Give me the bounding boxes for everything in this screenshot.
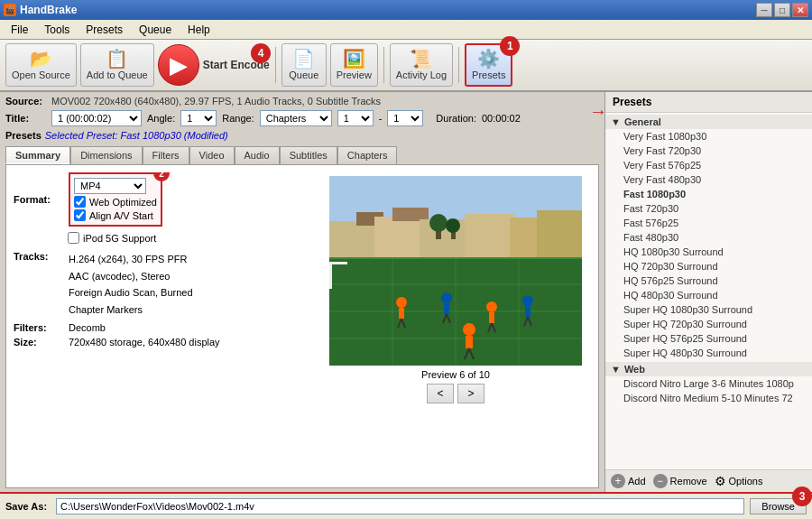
track-4: Chapter Markers — [69, 301, 193, 319]
preset-hq-720p30-surround[interactable]: HQ 720p30 Surround — [605, 259, 812, 273]
remove-icon: − — [653, 474, 668, 488]
preset-hq-1080p30-surround[interactable]: HQ 1080p30 Surround — [605, 245, 812, 259]
svg-point-21 — [396, 297, 407, 308]
queue-label: Queue — [289, 70, 318, 80]
source-label: Source: — [5, 96, 46, 107]
align-av-checkbox[interactable] — [74, 209, 86, 221]
menu-presets[interactable]: Presets — [78, 22, 130, 38]
range-select[interactable]: Chapters — [260, 110, 332, 126]
tab-audio[interactable]: Audio — [235, 146, 280, 164]
close-button[interactable]: ✕ — [792, 3, 808, 17]
preview-nav[interactable]: < > — [427, 384, 484, 403]
range-to-select[interactable]: 1 — [387, 110, 423, 126]
preview-image — [329, 176, 582, 366]
main-layout: Source: MOV002 720x480 (640x480), 29.97 … — [0, 92, 812, 519]
add-label: Add — [628, 476, 646, 487]
open-source-icon: 📂 — [30, 50, 52, 68]
size-value: 720x480 storage, 640x480 display — [69, 337, 220, 348]
start-encode-icon: ▶ — [170, 51, 188, 79]
add-icon: + — [611, 474, 625, 488]
source-row: Source: MOV002 720x480 (640x480), 29.97 … — [5, 96, 599, 107]
filters-value: Decomb — [69, 322, 106, 333]
align-av-row: Align A/V Start — [74, 209, 157, 221]
preset-fast-480p30[interactable]: Fast 480p30 — [605, 230, 812, 245]
title-select[interactable]: 1 (00:00:02) — [51, 110, 142, 126]
format-badge-wrap: 2 MP4 Web Optimized — [69, 172, 162, 227]
minimize-button[interactable]: ─ — [756, 3, 772, 17]
tracks-row: Tracks: H.264 (x264), 30 FPS PFR AAC (av… — [14, 251, 313, 319]
preset-group-web-header[interactable]: ▼ Web — [605, 362, 812, 376]
svg-rect-30 — [489, 312, 494, 323]
prev-frame-button[interactable]: < — [427, 384, 454, 403]
menu-file[interactable]: File — [4, 22, 35, 38]
size-label: Size: — [14, 337, 63, 348]
toolbar: 4 📂 Open Source 📋 Add to Queue ▶ Start E… — [0, 40, 812, 92]
preset-very-fast-480p30[interactable]: Very Fast 480p30 — [605, 172, 812, 187]
preset-discord-medium[interactable]: Discord Nitro Medium 5-10 Minutes 72 — [605, 391, 812, 405]
tab-dimensions[interactable]: Dimensions — [70, 146, 142, 164]
options-preset-button[interactable]: ⚙ Options — [715, 474, 763, 488]
add-queue-icon: 📋 — [106, 50, 128, 68]
queue-button[interactable]: 📄 Queue — [281, 43, 327, 87]
tab-video[interactable]: Video — [189, 146, 235, 164]
format-select-row: MP4 — [74, 178, 157, 194]
open-source-button[interactable]: 📂 Open Source — [5, 43, 77, 87]
preset-fast-1080p30[interactable]: Fast 1080p30 — [605, 187, 812, 201]
tutorial-badge-3: 3 — [792, 487, 812, 506]
menu-tools[interactable]: Tools — [37, 22, 77, 38]
options-label: Options — [729, 476, 763, 487]
preset-superhq-480p30-surround[interactable]: Super HQ 480p30 Surround — [605, 346, 812, 360]
duration-value: 00:00:02 — [482, 113, 521, 124]
preset-very-fast-576p25[interactable]: Very Fast 576p25 — [605, 158, 812, 172]
angle-label: Angle: — [147, 113, 175, 124]
range-from-select[interactable]: 1 — [337, 110, 374, 126]
svg-rect-26 — [444, 303, 449, 314]
ipod-checkbox[interactable] — [68, 232, 79, 244]
tab-subtitles[interactable]: Subtitles — [280, 146, 337, 164]
preset-fast-720p30[interactable]: Fast 720p30 — [605, 201, 812, 216]
format-label: Format: — [14, 194, 63, 205]
preset-superhq-720p30-surround[interactable]: Super HQ 720p30 Surround — [605, 317, 812, 331]
preset-superhq-576p25-surround[interactable]: Super HQ 576p25 Surround — [605, 331, 812, 346]
add-preset-button[interactable]: + Add — [611, 474, 646, 488]
preset-very-fast-720p30[interactable]: Very Fast 720p30 — [605, 144, 812, 158]
menu-queue[interactable]: Queue — [132, 22, 179, 38]
save-path-input[interactable] — [56, 498, 744, 514]
summary-info: Format: 2 MP4 — [14, 172, 313, 480]
menu-help[interactable]: Help — [180, 22, 217, 38]
preset-group-general-header[interactable]: ▼ General — [605, 115, 812, 129]
tab-chapters[interactable]: Chapters — [337, 146, 398, 164]
tab-summary[interactable]: Summary — [5, 146, 70, 164]
web-optimized-checkbox[interactable] — [74, 196, 86, 208]
remove-preset-button[interactable]: − Remove — [653, 474, 707, 488]
preset-very-fast-1080p30[interactable]: Very Fast 1080p30 — [605, 129, 812, 144]
preset-hq-576p25-surround[interactable]: HQ 576p25 Surround — [605, 273, 812, 288]
preview-button[interactable]: 🖼️ Preview — [330, 43, 378, 87]
tracks-value: H.264 (x264), 30 FPS PFR AAC (avcodec), … — [69, 251, 193, 319]
align-av-label: Align A/V Start — [89, 210, 153, 221]
svg-point-29 — [486, 301, 497, 312]
title-label: Title: — [5, 113, 46, 124]
ipod-label: iPod 5G Support — [83, 233, 156, 244]
save-as-label: Save As: — [5, 501, 51, 512]
separator-3 — [458, 47, 459, 83]
activity-log-label: Activity Log — [396, 70, 447, 80]
format-select[interactable]: MP4 — [74, 178, 146, 194]
preset-superhq-1080p30-surround[interactable]: Super HQ 1080p30 Surround — [605, 302, 812, 317]
tab-filters[interactable]: Filters — [143, 146, 189, 164]
presets-arrow: → — [589, 101, 607, 122]
preset-discord-large[interactable]: Discord Nitro Large 3-6 Minutes 1080p — [605, 376, 812, 391]
add-to-queue-button[interactable]: 📋 Add to Queue — [80, 43, 154, 87]
preset-hq-480p30-surround[interactable]: HQ 480p30 Surround — [605, 288, 812, 302]
angle-select[interactable]: 1 — [180, 110, 217, 126]
presets-footer: + Add − Remove ⚙ Options — [605, 469, 812, 492]
next-frame-button[interactable]: > — [457, 384, 484, 403]
activity-log-button[interactable]: 📜 Activity Log — [390, 43, 453, 87]
start-encode-button[interactable]: ▶ — [158, 44, 199, 86]
titlebar-controls[interactable]: ─ □ ✕ — [756, 3, 808, 17]
maximize-button[interactable]: □ — [774, 3, 790, 17]
preset-fast-576p25[interactable]: Fast 576p25 — [605, 216, 812, 230]
source-value: MOV002 720x480 (640x480), 29.97 FPS, 1 A… — [51, 96, 381, 107]
presets-selected-label: Presets — [5, 130, 42, 141]
queue-icon: 📄 — [292, 50, 315, 68]
